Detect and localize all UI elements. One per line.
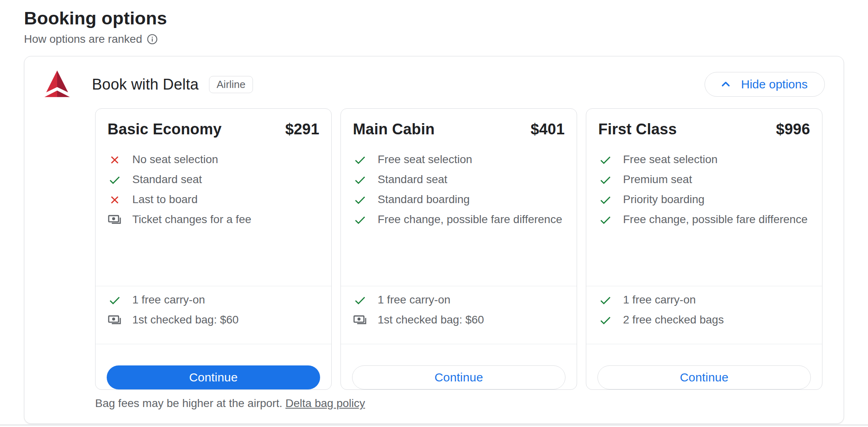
fare-name: First Class [598,121,677,138]
feature-text: Last to board [132,192,197,208]
feature-row: 1st checked bag: $60 [108,312,319,328]
check-icon [598,173,613,187]
fare-feature-list: Free seat selectionPremium seatPriority … [586,138,822,286]
bag-fees-footnote: Bag fees may be higher at the airport. D… [95,397,822,410]
fare-card: Main Cabin $401 Free seat selectionStand… [340,108,577,390]
feature-text: Premium seat [623,172,692,188]
fare-price: $996 [776,121,810,138]
cross-icon [108,153,122,167]
money-icon [108,313,122,327]
feature-row: 2 free checked bags [598,312,810,328]
feature-row: Free change, possible fare difference [353,212,565,227]
hide-options-label: Hide options [741,78,808,91]
feature-row: Ticket changes for a fee [108,212,319,227]
feature-text: Standard seat [378,172,447,188]
footnote-text: Bag fees may be higher at the airport. [95,397,285,409]
delta-airline-logo [42,70,72,99]
feature-text: Free change, possible fare difference [623,212,808,227]
money-icon [353,313,367,327]
check-icon [353,173,367,187]
continue-button[interactable]: Continue [597,365,811,389]
check-icon [353,153,367,167]
feature-row: Premium seat [598,172,810,188]
feature-row: Standard seat [108,172,319,188]
feature-text: 1 free carry-on [132,292,205,308]
check-icon [108,293,122,307]
feature-row: 1 free carry-on [598,292,810,308]
check-icon [598,193,613,207]
continue-button[interactable]: Continue [107,365,320,389]
fare-name: Basic Economy [108,121,222,138]
check-icon [598,153,613,167]
provider-title: Book with Delta [92,76,199,93]
fare-card: First Class $996 Free seat selectionPrem… [586,108,822,390]
fare-baggage-list: 1 free carry-on1st checked bag: $60 [341,286,577,344]
feature-row: Free seat selection [598,152,810,168]
fare-options-row: Basic Economy $291 No seat selectionStan… [24,108,844,390]
feature-row: 1st checked bag: $60 [353,312,565,328]
feature-row: No seat selection [108,152,319,168]
feature-text: Standard boarding [378,192,470,208]
feature-text: Free seat selection [378,152,472,168]
fare-feature-list: Free seat selectionStandard seatStandard… [341,138,577,286]
feature-row: Standard seat [353,172,565,188]
page-title: Booking options [24,8,844,29]
check-icon [598,313,613,327]
feature-row: Last to board [108,192,319,208]
feature-text: Free change, possible fare difference [378,212,562,227]
hide-options-button[interactable]: Hide options [705,72,825,97]
check-icon [598,213,613,227]
feature-text: 1st checked bag: $60 [132,312,239,328]
info-icon[interactable] [146,33,158,45]
check-icon [598,293,613,307]
feature-text: Ticket changes for a fee [132,212,251,227]
feature-text: Priority boarding [623,192,705,208]
feature-text: 1st checked bag: $60 [378,312,484,328]
continue-button[interactable]: Continue [352,365,565,389]
feature-row: 1 free carry-on [108,292,319,308]
feature-row: Standard boarding [353,192,565,208]
check-icon [353,213,367,227]
cross-icon [108,193,122,207]
airline-badge: Airline [209,76,253,93]
ranking-subtitle: How options are ranked [24,33,142,46]
feature-text: Free seat selection [623,152,718,168]
feature-row: Priority boarding [598,192,810,208]
chevron-up-icon [719,78,732,91]
check-icon [108,173,122,187]
feature-row: 1 free carry-on [353,292,565,308]
feature-text: Standard seat [132,172,202,188]
fare-name: Main Cabin [353,121,435,138]
feature-text: 1 free carry-on [378,292,450,308]
fare-card: Basic Economy $291 No seat selectionStan… [95,108,332,390]
fare-price: $401 [531,121,565,138]
feature-row: Free change, possible fare difference [598,212,810,227]
page-divider [0,425,868,425]
fare-price: $291 [285,121,319,138]
fare-baggage-list: 1 free carry-on1st checked bag: $60 [96,286,331,344]
page-header: Booking options How options are ranked [0,0,868,46]
feature-text: No seat selection [132,152,218,168]
feature-row: Free seat selection [353,152,565,168]
delta-bag-policy-link[interactable]: Delta bag policy [285,397,365,409]
check-icon [353,293,367,307]
check-icon [353,193,367,207]
money-icon [108,213,122,227]
feature-text: 1 free carry-on [623,292,696,308]
fare-feature-list: No seat selectionStandard seatLast to bo… [96,138,331,286]
fare-baggage-list: 1 free carry-on2 free checked bags [586,286,822,344]
feature-text: 2 free checked bags [623,312,724,328]
book-with-delta-card: Book with Delta Airline Hide options Bas… [24,56,844,424]
